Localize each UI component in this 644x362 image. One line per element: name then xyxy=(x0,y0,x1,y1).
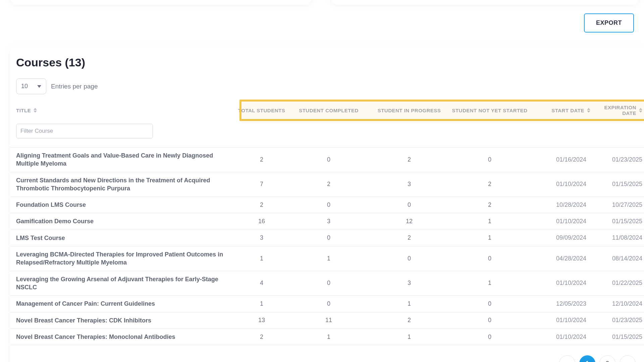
cell-completed: 0 xyxy=(288,156,369,163)
pagination-page-2[interactable]: 2 xyxy=(599,355,615,362)
cell-expiration-date: 08/14/2024 xyxy=(594,255,644,262)
cell-in-progress: 3 xyxy=(369,280,449,287)
cell-title[interactable]: Novel Breast Cancer Therapies: CDK Inhib… xyxy=(10,316,235,324)
cell-total: 4 xyxy=(235,280,288,287)
pagination-next[interactable]: › xyxy=(620,355,636,362)
cell-in-progress: 1 xyxy=(369,300,449,307)
cell-not-started: 2 xyxy=(449,181,530,188)
cell-not-started: 2 xyxy=(449,201,530,208)
chevron-down-icon xyxy=(37,85,41,88)
cell-start-date: 01/16/2024 xyxy=(530,156,594,163)
cell-expiration-date: 01/15/2025 xyxy=(594,334,644,341)
col-expiration-label: EXPIRATION DATE xyxy=(594,105,636,116)
cell-title[interactable]: Gamification Demo Course xyxy=(10,217,235,225)
col-start-label: START DATE xyxy=(551,108,584,113)
cell-title[interactable]: LMS Test Course xyxy=(10,234,235,242)
cell-not-started: 0 xyxy=(449,300,530,307)
col-student-completed[interactable]: STUDENT COMPLETED xyxy=(288,108,369,113)
cell-not-started: 0 xyxy=(449,334,530,341)
cell-completed: 0 xyxy=(288,201,369,208)
cell-not-started: 1 xyxy=(449,280,530,287)
cell-total: 2 xyxy=(235,156,288,163)
col-total-label: TOTAL STUDENTS xyxy=(238,108,285,113)
cell-in-progress: 0 xyxy=(369,201,449,208)
cell-start-date: 01/10/2024 xyxy=(530,181,594,188)
cell-start-date: 09/09/2024 xyxy=(530,234,594,241)
cell-total: 13 xyxy=(235,317,288,324)
cell-expiration-date: 11/08/2024 xyxy=(594,234,644,241)
col-completed-label: STUDENT COMPLETED xyxy=(299,108,359,113)
cell-completed: 1 xyxy=(288,255,369,262)
cell-in-progress: 0 xyxy=(369,255,449,262)
cell-title[interactable]: Aligning Treatment Goals and Value-Based… xyxy=(10,152,235,168)
cell-title[interactable]: Current Standards and New Directions in … xyxy=(10,176,235,193)
col-in-progress-label: STUDENT IN PROGRESS xyxy=(378,108,441,113)
cell-start-date: 10/28/2024 xyxy=(530,201,594,208)
table-row: Aligning Treatment Goals and Value-Based… xyxy=(10,147,644,172)
cell-start-date: 01/10/2024 xyxy=(530,218,594,225)
cell-in-progress: 2 xyxy=(369,234,449,241)
cell-not-started: 0 xyxy=(449,255,530,262)
table-row: LMS Test Course302109/09/202411/08/2024 xyxy=(10,230,644,246)
col-title-label: TITLE xyxy=(16,108,31,113)
table-header-row: TITLE TOTAL STUDENTS STUDENT COMPLETED S… xyxy=(10,103,644,118)
cell-expiration-date: 01/23/2025 xyxy=(594,317,644,324)
cell-completed: 0 xyxy=(288,234,369,241)
courses-card: Courses (13) 10 Entries per page TITLE T… xyxy=(10,46,644,362)
col-title[interactable]: TITLE xyxy=(10,108,235,113)
table-row: Leveraging BCMA-Directed Therapies for I… xyxy=(10,246,644,271)
cell-completed: 3 xyxy=(288,218,369,225)
cell-start-date: 04/28/2024 xyxy=(530,255,594,262)
cell-title[interactable]: Management of Cancer Pain: Current Guide… xyxy=(10,300,235,308)
cell-start-date: 01/10/2024 xyxy=(530,334,594,341)
col-start-date[interactable]: START DATE xyxy=(530,108,594,113)
card-title: Courses (13) xyxy=(16,56,644,69)
cell-title[interactable]: Leveraging the Growing Arsenal of Adjuva… xyxy=(10,275,235,292)
cell-total: 2 xyxy=(235,334,288,341)
cell-expiration-date: 01/23/2025 xyxy=(594,156,644,163)
table-row: Gamification Demo Course16312101/10/2024… xyxy=(10,213,644,230)
pagination-page-1[interactable]: 1 xyxy=(579,355,595,362)
cell-total: 1 xyxy=(235,300,288,307)
cell-not-started: 0 xyxy=(449,317,530,324)
cell-start-date: 12/05/2023 xyxy=(530,300,594,307)
table-row: Current Standards and New Directions in … xyxy=(10,172,644,197)
cell-total: 7 xyxy=(235,181,288,188)
entries-per-page-select[interactable]: 10 xyxy=(16,78,46,94)
col-expiration-date[interactable]: EXPIRATION DATE xyxy=(594,105,644,116)
entries-label: Entries per page xyxy=(51,83,98,90)
cell-not-started: 1 xyxy=(449,234,530,241)
cell-in-progress: 2 xyxy=(369,156,449,163)
export-button[interactable]: EXPORT xyxy=(584,13,634,33)
sort-icon xyxy=(587,108,590,113)
cell-in-progress: 3 xyxy=(369,181,449,188)
cell-in-progress: 1 xyxy=(369,334,449,341)
col-total-students[interactable]: TOTAL STUDENTS xyxy=(235,108,288,113)
cell-expiration-date: 10/27/2025 xyxy=(594,201,644,208)
cell-title[interactable]: Novel Breast Cancer Therapies: Monoclona… xyxy=(10,333,235,341)
cell-expiration-date: 01/15/2025 xyxy=(594,181,644,188)
cell-expiration-date: 01/15/2025 xyxy=(594,218,644,225)
cell-completed: 1 xyxy=(288,334,369,341)
cell-expiration-date: 01/22/2025 xyxy=(594,280,644,287)
cell-title[interactable]: Leveraging BCMA-Directed Therapies for I… xyxy=(10,250,235,267)
col-student-in-progress[interactable]: STUDENT IN PROGRESS xyxy=(369,108,449,113)
cell-total: 3 xyxy=(235,234,288,241)
cell-completed: 0 xyxy=(288,280,369,287)
sort-icon xyxy=(639,108,642,113)
filter-course-input[interactable] xyxy=(16,124,153,138)
pagination-prev[interactable]: ‹ xyxy=(559,355,575,362)
col-student-not-started[interactable]: STUDENT NOT YET STARTED xyxy=(449,108,530,113)
cell-not-started: 1 xyxy=(449,218,530,225)
sort-icon xyxy=(34,108,37,113)
pagination: ‹ 12 › xyxy=(10,345,644,362)
table-row: Management of Cancer Pain: Current Guide… xyxy=(10,296,644,312)
col-not-started-label: STUDENT NOT YET STARTED xyxy=(452,108,527,113)
cell-title[interactable]: Foundation LMS Course xyxy=(10,201,235,209)
cell-in-progress: 2 xyxy=(369,317,449,324)
table-body: Aligning Treatment Goals and Value-Based… xyxy=(10,147,644,345)
cell-completed: 11 xyxy=(288,317,369,324)
cell-expiration-date: 12/10/2024 xyxy=(594,300,644,307)
table-row: Leveraging the Growing Arsenal of Adjuva… xyxy=(10,271,644,296)
table-row: Foundation LMS Course200210/28/202410/27… xyxy=(10,197,644,213)
